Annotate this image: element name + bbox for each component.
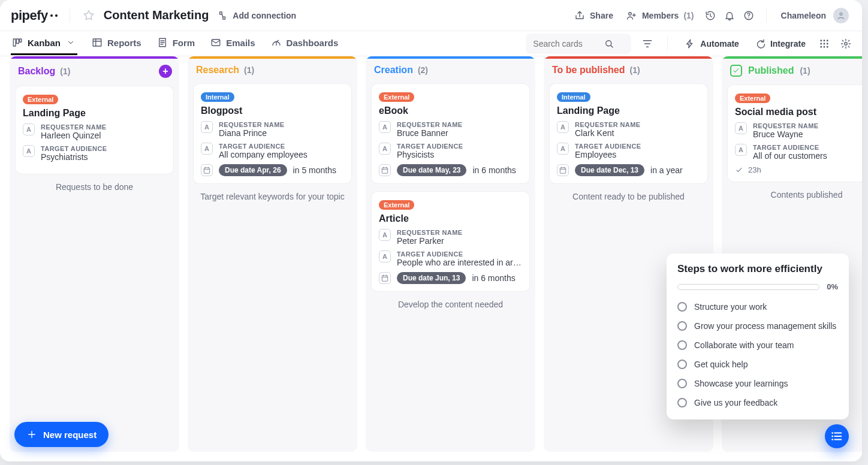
svg-point-13: [824, 43, 825, 44]
svg-rect-4: [20, 39, 22, 42]
card[interactable]: Internal Blogpost A REQUESTER NAME Diana…: [194, 84, 351, 183]
svg-rect-20: [382, 168, 387, 173]
card[interactable]: External Social media post A REQUESTER N…: [728, 85, 862, 182]
tips-item[interactable]: Give us your feedback: [677, 393, 838, 412]
svg-rect-22: [560, 168, 565, 173]
card-list: Internal Landing Page A REQUESTER NAME C…: [544, 79, 713, 183]
column-title[interactable]: To be published: [552, 65, 625, 76]
field-label: REQUESTER NAME: [397, 121, 463, 128]
tips-item[interactable]: Get quick help: [677, 355, 838, 374]
divider: [667, 37, 668, 51]
pipe-title[interactable]: Content Marketing: [104, 8, 209, 22]
column-footer: Requests to be done: [10, 174, 179, 195]
field-label: REQUESTER NAME: [575, 121, 641, 128]
favorite-star-icon[interactable]: [82, 9, 95, 22]
column-title[interactable]: Research: [196, 65, 239, 76]
requester-name: Clark Kent: [575, 128, 641, 138]
share-button[interactable]: Share: [572, 7, 616, 25]
card-badge: External: [379, 92, 414, 102]
svg-point-15: [821, 46, 822, 47]
field-icon: A: [379, 121, 391, 133]
share-label: Share: [590, 11, 613, 20]
add-card-button[interactable]: +: [159, 65, 172, 78]
card[interactable]: Internal Landing Page A REQUESTER NAME C…: [550, 84, 707, 183]
column-count: (1): [244, 65, 254, 75]
new-request-button[interactable]: New request: [14, 422, 108, 447]
members-label: Members: [642, 11, 679, 20]
brand-logo[interactable]: pipefy: [11, 8, 58, 23]
column-count: (2): [418, 65, 428, 75]
help-icon[interactable]: [743, 10, 754, 21]
form-icon: [157, 37, 168, 48]
tips-item[interactable]: Collaborate with your team: [677, 336, 838, 355]
due-date-pill: Due date May, 23: [397, 164, 466, 176]
svg-point-1: [840, 13, 842, 15]
members-button[interactable]: Members (1): [624, 7, 697, 25]
column-count: (1): [60, 67, 70, 76]
column-footer: Contents published: [722, 182, 862, 203]
field-label: REQUESTER NAME: [41, 123, 107, 131]
tab-form-label: Form: [173, 38, 195, 48]
column-title[interactable]: Published: [748, 65, 794, 76]
card[interactable]: External Article A REQUESTER NAME Peter …: [372, 192, 529, 291]
automate-label: Automate: [700, 39, 739, 49]
tips-item[interactable]: Structure your work: [677, 297, 838, 316]
tab-reports[interactable]: Reports: [91, 32, 143, 55]
automate-button[interactable]: Automate: [682, 35, 742, 53]
add-connection-button[interactable]: Add connection: [217, 10, 296, 21]
progress-bar: [677, 284, 819, 290]
radio-empty-icon: [677, 321, 687, 331]
search-icon: [604, 38, 614, 49]
svg-point-16: [824, 46, 825, 47]
search-input[interactable]: [532, 38, 604, 49]
svg-rect-19: [204, 168, 209, 173]
history-icon[interactable]: [705, 10, 716, 21]
tips-item[interactable]: Grow your process management skills: [677, 316, 838, 336]
tab-dashboards[interactable]: Dashboards: [270, 32, 340, 55]
svg-rect-5: [93, 39, 101, 46]
apps-icon[interactable]: [819, 38, 830, 49]
gear-icon[interactable]: [840, 38, 851, 49]
card-badge: Internal: [557, 92, 590, 102]
tab-emails[interactable]: Emails: [209, 32, 256, 55]
column-title[interactable]: Backlog: [18, 66, 55, 77]
requester-name: Bruce Banner: [397, 128, 463, 138]
column-backlog: Backlog (1) + External Landing Page A RE…: [10, 56, 179, 452]
field-label: TARGET AUDIENCE: [41, 145, 107, 152]
card-badge: External: [735, 93, 770, 103]
search-input-wrapper[interactable]: [526, 34, 631, 54]
tips-item-label: Get quick help: [694, 360, 748, 369]
user-menu[interactable]: Chameleon: [779, 4, 851, 27]
field-icon: A: [379, 250, 391, 262]
integrate-button[interactable]: Integrate: [752, 35, 808, 53]
target-audience: Physicists: [397, 150, 463, 159]
radio-empty-icon: [677, 379, 687, 388]
tab-kanban-label: Kanban: [28, 38, 61, 48]
field-label: TARGET AUDIENCE: [219, 143, 308, 150]
card[interactable]: External Landing Page A REQUESTER NAME H…: [16, 86, 173, 174]
field-label: TARGET AUDIENCE: [753, 144, 827, 151]
checklist-fab[interactable]: [825, 424, 849, 448]
header-bar: pipefy Content Marketing Add connection …: [0, 0, 862, 31]
tips-title: Steps to work more efficiently: [677, 263, 838, 275]
card-badge: Internal: [201, 92, 234, 102]
requester-name: Harleen Quinzel: [41, 131, 107, 140]
field-icon: A: [735, 122, 747, 134]
target-audience: All of our customers: [753, 151, 827, 161]
column-title[interactable]: Creation: [374, 65, 413, 76]
bell-icon[interactable]: [724, 10, 735, 21]
chevron-down-icon: [65, 37, 76, 48]
share-icon: [574, 10, 585, 21]
tips-item[interactable]: Showcase your learnings: [677, 374, 838, 393]
tips-item-label: Structure your work: [694, 302, 767, 312]
filter-icon[interactable]: [642, 38, 653, 49]
card[interactable]: External eBook A REQUESTER NAME Bruce Ba…: [372, 84, 529, 183]
field-icon: A: [201, 143, 213, 155]
svg-rect-2: [13, 39, 16, 46]
tab-form[interactable]: Form: [156, 32, 197, 55]
new-request-label: New request: [43, 430, 97, 440]
due-date-relative: in 6 months: [472, 273, 515, 283]
tab-kanban[interactable]: Kanban: [11, 32, 77, 55]
svg-point-18: [845, 42, 848, 45]
radio-empty-icon: [677, 340, 687, 350]
